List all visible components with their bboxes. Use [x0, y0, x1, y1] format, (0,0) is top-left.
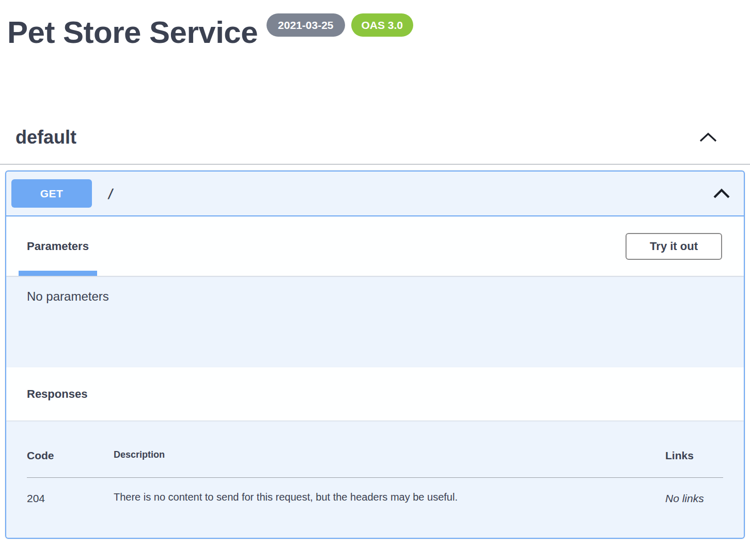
- parameters-tab-header: Parameters Try it out: [6, 216, 744, 276]
- collapse-section-icon: [698, 132, 718, 143]
- version-badge: 2021-03-25: [267, 13, 345, 37]
- opblock-summary[interactable]: GET /: [6, 172, 744, 216]
- response-links: No links: [665, 478, 723, 523]
- column-header-links: Links: [665, 444, 723, 478]
- parameters-body: No parameters: [6, 276, 744, 367]
- column-header-code: Code: [27, 444, 114, 478]
- try-it-out-button[interactable]: Try it out: [626, 233, 722, 260]
- page-title: Pet Store Service2021-03-25OAS 3.0: [7, 14, 750, 50]
- response-row-204: 204 There is no content to send for this…: [27, 478, 723, 523]
- api-info-header: Pet Store Service2021-03-25OAS 3.0: [0, 0, 750, 50]
- api-title-text: Pet Store Service: [7, 15, 258, 50]
- responses-title: Responses: [27, 387, 87, 401]
- column-header-description: Description: [114, 444, 665, 478]
- endpoint-path-link[interactable]: /: [107, 186, 114, 201]
- response-code: 204: [27, 478, 114, 523]
- http-method-badge: GET: [11, 179, 92, 208]
- no-parameters-text: No parameters: [27, 289, 723, 304]
- tag-section-header[interactable]: default: [0, 127, 750, 165]
- tab-parameters[interactable]: Parameters: [19, 216, 97, 276]
- tab-parameters-label: Parameters: [27, 240, 89, 253]
- opblock-get: GET / Parameters Try it out No parameter…: [5, 170, 745, 539]
- collapse-operation-icon: [712, 188, 731, 199]
- oas-version-badge: OAS 3.0: [351, 13, 414, 37]
- opblock-body: Parameters Try it out No parameters Resp…: [6, 216, 744, 538]
- responses-table-header-row: Code Description Links: [27, 444, 723, 478]
- tag-section: default GET / Parameters Try it out: [0, 127, 750, 539]
- responses-body: Code Description Links 204 There is no c…: [6, 421, 744, 538]
- responses-header: Responses: [6, 367, 744, 421]
- responses-table: Code Description Links 204 There is no c…: [27, 444, 723, 522]
- tag-title: default: [15, 127, 76, 148]
- response-description: There is no content to send for this req…: [114, 478, 665, 523]
